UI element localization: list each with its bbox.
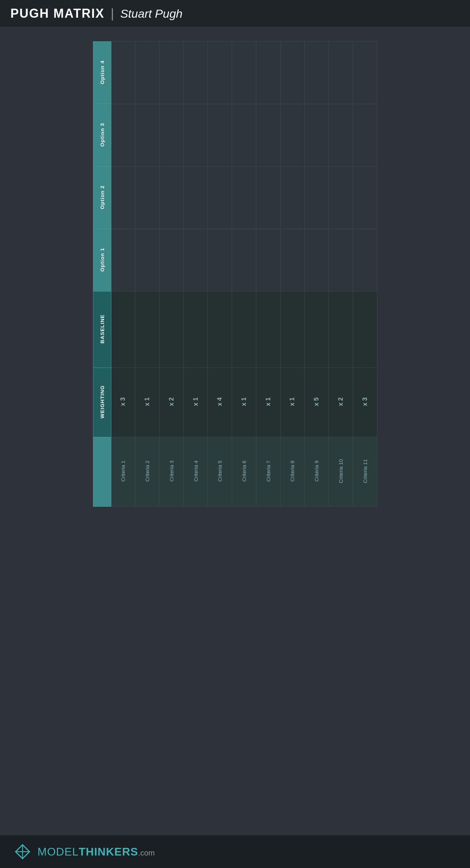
table-cell (159, 292, 183, 368)
table-cell (135, 104, 160, 167)
table-cell (183, 292, 208, 368)
table-row: Option 1 (93, 229, 377, 292)
table-cell (111, 229, 135, 292)
table-cell (305, 42, 329, 104)
page-title: PUGH MATRIX (10, 6, 104, 21)
table-row: Option 2 (93, 167, 377, 229)
weight-cell-1: x 3 (111, 368, 135, 437)
criteria-cell-5: Criteria 5 (208, 437, 232, 507)
brand-model-text: MODEL (37, 845, 79, 858)
baseline-label: BASELINE (93, 292, 111, 368)
table-cell (135, 167, 160, 229)
table-cell (135, 229, 160, 292)
main-content: Option 4 Option 3 (0, 27, 470, 835)
weight-cell-6: x 1 (232, 368, 256, 437)
table-cell (305, 292, 329, 368)
svg-line-4 (23, 845, 29, 852)
table-cell (256, 104, 280, 167)
option1-label: Option 1 (93, 229, 111, 292)
weight-cell-5: x 4 (208, 368, 232, 437)
table-cell (208, 104, 232, 167)
table-cell (159, 104, 183, 167)
criteria-cell-8: Criteria 8 (280, 437, 305, 507)
table-cell (280, 292, 305, 368)
option2-label: Option 2 (93, 167, 111, 229)
option3-label: Option 3 (93, 104, 111, 167)
table-cell (232, 104, 256, 167)
matrix-container: Option 4 Option 3 (93, 41, 377, 507)
svg-line-3 (16, 845, 23, 852)
table-row: Option 3 (93, 104, 377, 167)
table-cell (183, 42, 208, 104)
table-cell (159, 229, 183, 292)
criteria-cell-7: Criteria 7 (256, 437, 280, 507)
svg-line-5 (16, 852, 23, 859)
criteria-cell-4: Criteria 4 (183, 437, 208, 507)
table-cell (328, 167, 353, 229)
criteria-cell-9: Criteria 9 (305, 437, 329, 507)
weight-cell-3: x 2 (159, 368, 183, 437)
table-cell (256, 229, 280, 292)
criteria-cell-2: Criteria 2 (135, 437, 160, 507)
table-cell (353, 292, 377, 368)
table-cell (232, 42, 256, 104)
table-cell (305, 167, 329, 229)
table-cell (135, 42, 160, 104)
weight-cell-8: x 1 (280, 368, 305, 437)
criteria-cell-6: Criteria 6 (232, 437, 256, 507)
header-divider: | (111, 6, 114, 21)
table-cell (111, 292, 135, 368)
table-cell (280, 42, 305, 104)
table-cell (256, 42, 280, 104)
footer-brand: MODEL THINKERS .com (37, 845, 155, 858)
table-cell (256, 167, 280, 229)
table-cell (183, 167, 208, 229)
table-cell (208, 42, 232, 104)
table-row: WEIGHTING x 3 x 1 x 2 x 1 x 4 x (93, 368, 377, 437)
table-cell (353, 104, 377, 167)
criteria-cell-1: Criteria 1 (111, 437, 135, 507)
header-subtitle: Stuart Pugh (120, 7, 183, 20)
criteria-cell-3: Criteria 3 (159, 437, 183, 507)
table-cell (353, 167, 377, 229)
weight-cell-10: x 2 (328, 368, 353, 437)
weight-cell-4: x 1 (183, 368, 208, 437)
weight-cell-11: x 3 (353, 368, 377, 437)
weight-cell-2: x 1 (135, 368, 160, 437)
table-cell (232, 167, 256, 229)
table-cell (111, 42, 135, 104)
table-cell (135, 292, 160, 368)
criteria-cell-10: Criteria 10 (328, 437, 353, 507)
svg-line-6 (23, 852, 29, 859)
table-cell (111, 167, 135, 229)
weighting-label: WEIGHTING (93, 368, 111, 437)
table-cell (353, 229, 377, 292)
table-cell (111, 104, 135, 167)
table-cell (256, 292, 280, 368)
table-cell (232, 292, 256, 368)
table-cell (328, 229, 353, 292)
table-cell (305, 104, 329, 167)
table-cell (328, 104, 353, 167)
page-header: PUGH MATRIX | Stuart Pugh (0, 0, 470, 27)
table-cell (305, 229, 329, 292)
table-cell (159, 42, 183, 104)
table-cell (280, 167, 305, 229)
table-cell (159, 167, 183, 229)
table-cell (353, 42, 377, 104)
table-cell (328, 292, 353, 368)
table-row: Option 4 (93, 42, 377, 104)
table-cell (183, 104, 208, 167)
table-cell (328, 42, 353, 104)
brand-thinkers-text: THINKERS (79, 845, 138, 858)
table-cell (183, 229, 208, 292)
table-row: BASELINE (93, 292, 377, 368)
modelthinkers-logo-icon (14, 843, 31, 860)
table-row: — Criteria 1 Criteria 2 Criteria 3 Crite… (93, 437, 377, 507)
table-cell (232, 229, 256, 292)
pugh-matrix-table: Option 4 Option 3 (93, 41, 377, 507)
option4-label: Option 4 (93, 42, 111, 104)
table-cell (280, 104, 305, 167)
criteria-header-label: — (93, 437, 111, 507)
weight-cell-7: x 1 (256, 368, 280, 437)
